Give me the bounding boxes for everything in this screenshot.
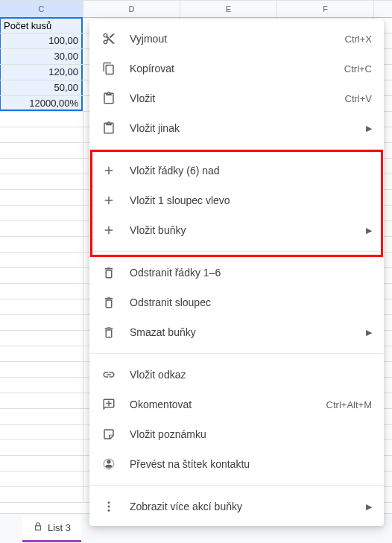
cell[interactable] [0, 393, 83, 408]
context-menu: Vyjmout Ctrl+X Kopírovat Ctrl+C Vložit C… [89, 19, 384, 526]
menu-label: Vložit [130, 92, 332, 104]
menu-item-insert-rows[interactable]: Vložit řádky (6) nad [89, 156, 384, 185]
menu-item-insert-cells[interactable]: Vložit buňky ▶ [89, 215, 384, 245]
cell[interactable] [0, 159, 83, 174]
menu-separator [89, 485, 384, 486]
cell-c6[interactable]: 12000,00% [0, 96, 83, 111]
cell-c2[interactable]: 100,00 [0, 34, 83, 48]
cell-c5[interactable]: 50,00 [0, 80, 83, 95]
menu-label: Vložit řádky (6) nad [130, 165, 372, 177]
menu-shortcut: Ctrl+V [345, 93, 372, 104]
cell[interactable] [0, 331, 83, 346]
comment-icon [101, 397, 116, 412]
menu-label: Vložit buňky [130, 224, 353, 236]
lock-icon [33, 521, 43, 534]
cell[interactable] [0, 487, 83, 502]
cell[interactable] [0, 174, 83, 189]
cell[interactable] [0, 362, 83, 377]
menu-label: Okomentovat [130, 398, 313, 410]
menu-item-clear-cells[interactable]: Smazat buňky ▶ [89, 317, 384, 347]
cell[interactable] [0, 237, 83, 252]
cell[interactable] [0, 456, 83, 471]
cell[interactable] [0, 299, 83, 314]
menu-label: Vložit 1 sloupec vlevo [130, 194, 372, 206]
menu-label: Převést na štítek kontaktu [130, 458, 372, 470]
col-header-d[interactable]: D [83, 1, 180, 17]
menu-label: Odstranit řádky 1–6 [130, 267, 372, 279]
submenu-arrow-icon: ▶ [366, 328, 372, 337]
cell[interactable] [0, 346, 83, 361]
copy-icon [101, 61, 116, 76]
menu-item-copy[interactable]: Kopírovat Ctrl+C [89, 54, 384, 83]
plus-icon [101, 163, 116, 178]
cell[interactable] [0, 425, 83, 439]
menu-item-cut[interactable]: Vyjmout Ctrl+X [89, 24, 384, 54]
menu-label: Zobrazit více akcí buňky [130, 501, 353, 512]
trash-icon [101, 265, 116, 280]
link-icon [101, 367, 116, 382]
menu-shortcut: Ctrl+Alt+M [326, 399, 372, 410]
cell-c1[interactable]: Počet kusů [0, 17, 83, 33]
cell[interactable] [0, 471, 83, 486]
paste-icon [101, 91, 116, 106]
sheet-tab-active[interactable]: List 3 [22, 515, 81, 542]
cell[interactable] [0, 409, 83, 424]
menu-item-paste-special[interactable]: Vložit jinak ▶ [89, 113, 384, 143]
svg-point-3 [108, 509, 110, 512]
cell[interactable] [0, 127, 83, 142]
menu-label: Kopírovat [130, 63, 331, 74]
cell[interactable] [0, 268, 83, 283]
trash-icon [101, 295, 116, 310]
menu-label: Vložit poznámku [130, 428, 372, 440]
menu-item-insert-column[interactable]: Vložit 1 sloupec vlevo [89, 185, 384, 215]
menu-separator [89, 149, 384, 150]
menu-item-delete-rows[interactable]: Odstranit řádky 1–6 [89, 258, 384, 288]
submenu-arrow-icon: ▶ [366, 226, 372, 235]
cell[interactable] [0, 440, 83, 455]
cell-c3[interactable]: 30,00 [0, 49, 83, 64]
plus-icon [101, 193, 116, 208]
submenu-arrow-icon: ▶ [366, 502, 372, 512]
trash-icon [101, 325, 116, 340]
menu-shortcut: Ctrl+X [345, 34, 372, 45]
menu-item-insert-note[interactable]: Vložit poznámku [89, 419, 384, 449]
cell[interactable] [0, 221, 83, 236]
cell[interactable] [0, 190, 83, 205]
cut-icon [101, 31, 116, 46]
more-vert-icon [101, 499, 116, 514]
cell[interactable] [0, 253, 83, 267]
menu-item-more-actions[interactable]: Zobrazit více akcí buňky ▶ [89, 492, 384, 521]
submenu-arrow-icon: ▶ [366, 124, 372, 133]
person-chip-icon [101, 457, 116, 471]
cell[interactable] [0, 284, 83, 299]
plus-icon [101, 223, 116, 238]
cell[interactable] [0, 143, 83, 158]
cell-c4[interactable]: 120,00 [0, 65, 83, 80]
menu-item-comment[interactable]: Okomentovat Ctrl+Alt+M [89, 390, 384, 419]
cell[interactable] [0, 315, 83, 330]
sheet-tab-label: List 3 [48, 522, 71, 533]
col-header-e[interactable]: E [180, 1, 277, 17]
menu-label: Odstranit sloupec [130, 296, 372, 308]
cell[interactable] [0, 206, 83, 220]
menu-separator [89, 251, 384, 252]
menu-item-insert-link[interactable]: Vložit odkaz [89, 360, 384, 390]
cell[interactable] [0, 378, 83, 393]
svg-point-1 [108, 501, 110, 504]
menu-label: Vložit jinak [130, 122, 353, 134]
menu-item-paste[interactable]: Vložit Ctrl+V [89, 83, 384, 113]
col-header-f[interactable]: F [277, 1, 374, 17]
menu-item-delete-column[interactable]: Odstranit sloupec [89, 288, 384, 317]
svg-point-2 [108, 506, 110, 508]
column-headers: C D E F [0, 0, 392, 18]
cell[interactable] [0, 112, 83, 127]
menu-shortcut: Ctrl+C [344, 63, 372, 74]
note-icon [101, 427, 116, 442]
menu-separator [89, 353, 384, 354]
svg-point-0 [107, 460, 111, 464]
menu-item-people-chip[interactable]: Převést na štítek kontaktu [89, 449, 384, 479]
menu-label: Vyjmout [130, 33, 332, 45]
col-header-c[interactable]: C [0, 1, 83, 17]
menu-label: Vložit odkaz [130, 369, 372, 381]
menu-label: Smazat buňky [130, 326, 353, 338]
